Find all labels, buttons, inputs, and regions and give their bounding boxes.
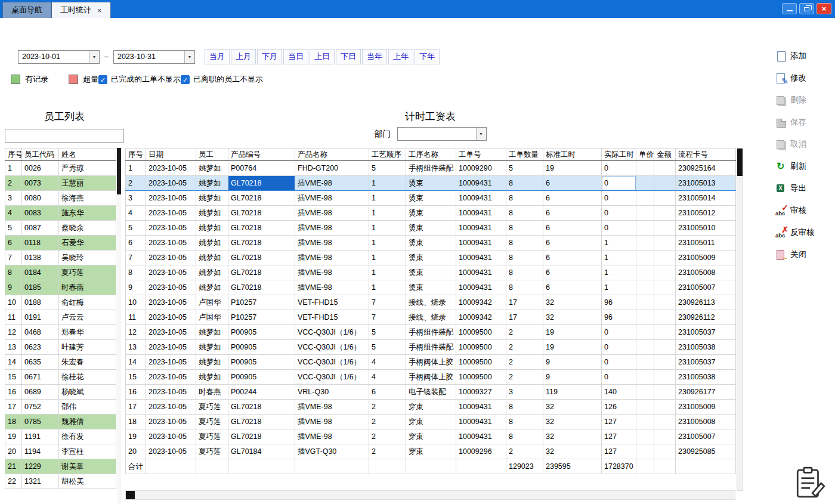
wage-row[interactable]: 72023-10-05姚梦如GL70218插VME-981烫束100094318… xyxy=(126,251,736,265)
wage-cell: 10009431 xyxy=(456,191,506,206)
chevron-down-icon[interactable]: ▼ xyxy=(476,128,486,140)
date-to-picker[interactable]: 2023-10-31 ▼ xyxy=(113,50,195,64)
quick-range-button[interactable]: 当年 xyxy=(362,49,387,64)
quick-range-button[interactable]: 上年 xyxy=(388,49,413,64)
wage-table-vscrollbar[interactable] xyxy=(737,148,743,491)
wage-row[interactable]: 192023-10-05夏巧莲GL70218插VME-982穿束10009431… xyxy=(126,429,736,444)
quick-range-button[interactable]: 当日 xyxy=(283,49,308,64)
wage-cell: GL70218 xyxy=(228,236,295,251)
checkbox-icon[interactable]: ✓ xyxy=(181,75,190,84)
modify-button[interactable]: 修改 xyxy=(775,71,830,85)
refresh-button[interactable]: 刷新 xyxy=(775,159,830,174)
wage-row[interactable]: 102023-10-05卢国华P10257VET-FHD157接线、烧录1000… xyxy=(126,295,736,310)
quick-range-button[interactable]: 上日 xyxy=(310,49,335,64)
department-select[interactable]: ▼ xyxy=(397,127,487,141)
legend-filter-row: 有记录超量✓已完成的工单不显示✓已离职的员工不显示 xyxy=(11,74,263,85)
wage-row[interactable]: 182023-10-05夏巧莲GL70218插VME-982穿束10009431… xyxy=(126,415,736,429)
wage-row[interactable]: 52023-10-05姚梦如GL70218插VME-981烫束100094318… xyxy=(126,221,736,236)
reverse-audit-button[interactable]: 反审核 xyxy=(775,225,830,240)
employee-row[interactable]: 191191徐有发 xyxy=(5,429,116,444)
wage-cell: 6 xyxy=(543,176,602,191)
audit-button[interactable]: 审核 xyxy=(775,203,830,218)
display-filter-checkbox[interactable]: ✓已完成的工单不显示 xyxy=(98,74,181,85)
quick-range-button[interactable]: 上月 xyxy=(231,49,256,64)
employee-row[interactable]: 30080徐海燕 xyxy=(5,191,116,206)
close-window-button[interactable]: × xyxy=(817,3,831,14)
employee-row[interactable]: 201194李宣柱 xyxy=(5,444,116,459)
employee-row[interactable]: 100188俞红梅 xyxy=(5,295,116,310)
wage-row[interactable]: 82023-10-05姚梦如GL70218插VME-981烫束100094318… xyxy=(126,265,736,280)
wage-cell: 手柄组件装配 xyxy=(406,161,456,176)
employee-row[interactable]: 170752邵伟 xyxy=(5,400,116,415)
add-button[interactable]: 添加 xyxy=(775,49,830,63)
quick-range-button[interactable]: 下年 xyxy=(415,49,440,64)
wage-row[interactable]: 152023-10-05姚梦如P00905VCC-Q30JI（1/6）4手柄阀体… xyxy=(126,370,736,385)
employee-row[interactable]: 10026严秀琼 xyxy=(5,161,116,176)
wage-row[interactable]: 12023-10-05姚梦如P00764FHD-GT2005手柄组件装配1000… xyxy=(126,161,736,176)
employee-row[interactable]: 120468郑春华 xyxy=(5,325,116,340)
employee-row[interactable]: 110191卢云云 xyxy=(5,310,116,325)
quick-range-button[interactable]: 下月 xyxy=(257,49,282,64)
date-from-picker[interactable]: 2023-10-01 ▼ xyxy=(18,50,100,64)
employee-filter-input[interactable] xyxy=(5,129,124,143)
window-tab[interactable]: 桌面导航 xyxy=(2,2,51,18)
wage-cell xyxy=(654,429,676,444)
wage-row[interactable]: 162023-10-05时春燕P00244VRL-Q306电子镜装配100093… xyxy=(126,385,736,400)
wage-row[interactable]: 202023-10-05夏巧莲GL70184插VGT-Q302穿束1000929… xyxy=(126,444,736,459)
employee-row[interactable]: 211229谢美章 xyxy=(5,459,116,474)
employee-row[interactable]: 80184夏巧莲 xyxy=(5,265,116,280)
wage-row[interactable]: 122023-10-05姚梦如P00905VCC-Q30JI（1/6）5手柄组件… xyxy=(126,325,736,340)
wage-cell xyxy=(636,176,654,191)
quick-range-button[interactable]: 下日 xyxy=(336,49,361,64)
wage-row[interactable]: 42023-10-05姚梦如GL70218插VME-981烫束100094318… xyxy=(126,206,736,221)
employee-list-scrollbar[interactable] xyxy=(117,148,121,504)
employee-no: 18 xyxy=(5,415,22,429)
checkbox-icon[interactable]: ✓ xyxy=(98,75,107,84)
wage-row[interactable]: 92023-10-05姚梦如GL70218插VME-981烫束100094318… xyxy=(126,280,736,295)
wage-cell: VCC-Q30JI（1/6） xyxy=(295,370,369,385)
quick-range-button[interactable]: 当月 xyxy=(205,49,230,64)
employee-row[interactable]: 50087蔡晓余 xyxy=(5,221,116,236)
employee-row[interactable]: 140635朱宏春 xyxy=(5,355,116,370)
wage-row[interactable]: 172023-10-05夏巧莲GL70218插VME-982穿束10009431… xyxy=(126,400,736,415)
close-button[interactable]: 关闭 xyxy=(775,248,830,262)
scrollbar-thumb[interactable] xyxy=(126,491,135,499)
employee-row[interactable]: 20073王慧丽 xyxy=(5,176,116,191)
employee-row[interactable]: 130623叶建芳 xyxy=(5,340,116,355)
wage-cell: 插VME-98 xyxy=(295,236,369,251)
chevron-down-icon[interactable]: ▼ xyxy=(89,51,99,63)
wage-row[interactable]: 132023-10-05姚梦如P00905VCC-Q30JI（1/6）5手柄组件… xyxy=(126,340,736,355)
wage-row[interactable]: 22023-10-05姚梦如GL70218插VME-981烫束100094318… xyxy=(126,176,736,191)
chevron-down-icon[interactable]: ▼ xyxy=(184,51,194,63)
employee-row[interactable]: 221321胡松美 xyxy=(5,474,116,489)
wage-cell: VET-FHD15 xyxy=(295,295,369,310)
display-filter-checkbox[interactable]: ✓已离职的员工不显示 xyxy=(181,74,263,85)
employee-name: 徐桂花 xyxy=(59,370,116,385)
wage-row[interactable]: 62023-10-05姚梦如GL70218插VME-981烫束100094318… xyxy=(126,236,736,251)
wage-row[interactable]: 112023-10-05卢国华P10257VET-FHD157接线、烧录1000… xyxy=(126,310,736,325)
window-tab[interactable]: 工时统计× xyxy=(51,2,111,18)
scrollbar-thumb[interactable] xyxy=(117,148,121,194)
employee-row[interactable]: 160689杨晓斌 xyxy=(5,385,116,400)
scrollbar-thumb[interactable] xyxy=(737,149,743,176)
wage-table-hscrollbar[interactable] xyxy=(125,490,735,500)
employee-row[interactable]: 90185时春燕 xyxy=(5,280,116,295)
tab-close-icon[interactable]: × xyxy=(97,6,102,15)
employee-row[interactable]: 180785魏雅倩 xyxy=(5,415,116,429)
employee-row[interactable]: 60118石爱华 xyxy=(5,236,116,251)
column-header: 工艺顺序 xyxy=(369,149,406,161)
restore-button[interactable] xyxy=(799,3,814,14)
employee-name: 时春燕 xyxy=(59,280,116,295)
export-button[interactable]: 导出 xyxy=(775,181,830,196)
wage-row[interactable]: 32023-10-05姚梦如GL70218插VME-981烫束100094318… xyxy=(126,191,736,206)
wage-row[interactable]: 142023-10-05姚梦如P00905VCC-Q30JI（1/6）4手柄阀体… xyxy=(126,355,736,370)
employee-row[interactable]: 150671徐桂花 xyxy=(5,370,116,385)
legend-label: 超量 xyxy=(83,74,98,85)
wage-cell: 2023-10-05 xyxy=(146,191,196,206)
minimize-button[interactable] xyxy=(782,3,797,14)
wage-cell: 12 xyxy=(126,325,146,340)
titlebar: 桌面导航工时统计× × xyxy=(0,0,835,18)
employee-row[interactable]: 40083施东华 xyxy=(5,206,116,221)
employee-row[interactable]: 70138吴晓玲 xyxy=(5,251,116,265)
wage-cell: 2023-10-05 xyxy=(146,280,196,295)
